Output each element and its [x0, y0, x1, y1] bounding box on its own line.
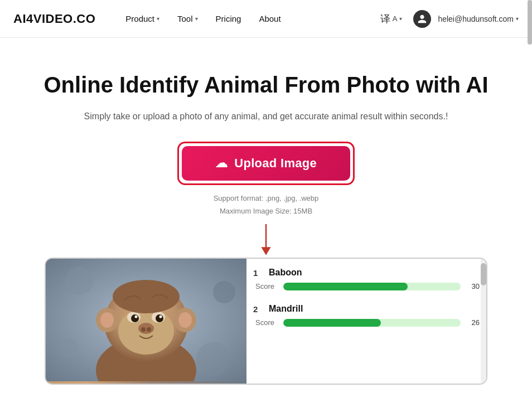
nav-tool-label: Tool	[177, 14, 193, 23]
svg-marker-1	[261, 248, 270, 256]
svg-point-21	[141, 327, 146, 332]
score-bar-row-1: Score 30	[253, 282, 480, 290]
svg-point-22	[147, 327, 151, 332]
page-scrollbar[interactable]	[528, 0, 532, 37]
score-bar-fill-2	[283, 319, 381, 327]
svg-point-23	[113, 280, 180, 313]
svg-point-12	[178, 312, 192, 328]
score-header-2: 2 Mandrill	[253, 304, 480, 314]
scrollbar-thumb[interactable]	[528, 0, 532, 45]
score-item-1: 1 Baboon Score 30	[253, 268, 480, 290]
support-format-text: Support format: .png, .jpg, .webp	[214, 192, 319, 205]
nav-menu: Product ▾ Tool ▾ Pricing About	[118, 9, 375, 28]
animal-image	[46, 259, 246, 384]
score-bar-row-2: Score 26	[253, 318, 480, 327]
nav-item-pricing[interactable]: Pricing	[208, 9, 249, 28]
svg-point-20	[138, 323, 154, 334]
upload-info: Support format: .png, .jpg, .webp Maximu…	[214, 192, 319, 218]
nav-item-tool[interactable]: Tool ▾	[170, 9, 206, 28]
result-scores: 1 Baboon Score 30 2 Mandrill Score	[246, 259, 486, 384]
score-bar-bg-2	[283, 319, 461, 327]
language-selector[interactable]: 译 A ▾	[376, 9, 407, 29]
svg-point-19	[159, 316, 162, 318]
svg-point-4	[196, 342, 230, 376]
upload-section: ☁ Upload Image Support format: .png, .jp…	[22, 142, 510, 218]
score-name-2: Mandrill	[269, 304, 303, 314]
upload-image-button[interactable]: ☁ Upload Image	[182, 146, 350, 181]
nav-item-about[interactable]: About	[251, 9, 288, 28]
user-email-text: helei@hudunsoft.com	[438, 14, 514, 23]
hero-title: Online Identify Animal From Photo with A…	[22, 71, 510, 98]
navbar: AI4VIDEO.CO Product ▾ Tool ▾ Pricing Abo…	[0, 0, 532, 38]
lang-label: A	[393, 14, 398, 23]
nav-item-product[interactable]: Product ▾	[118, 9, 167, 28]
score-value-2: 26	[466, 318, 480, 327]
translate-icon: 译	[380, 12, 390, 26]
score-rank-2: 2	[253, 304, 262, 314]
svg-point-16	[131, 314, 139, 322]
upload-button-label: Upload Image	[234, 156, 317, 171]
monkey-svg	[46, 259, 246, 381]
cloud-upload-icon: ☁	[215, 156, 228, 171]
nav-about-label: About	[259, 14, 280, 23]
score-bar-bg-1	[283, 283, 461, 290]
score-header-1: 1 Baboon	[253, 268, 480, 278]
svg-point-6	[58, 338, 78, 358]
max-size-text: Maximum Image Size: 15MB	[214, 205, 319, 217]
result-scrollbar-thumb[interactable]	[481, 263, 486, 285]
arrow-down	[22, 224, 510, 258]
user-email[interactable]: helei@hudunsoft.com ▾	[438, 14, 519, 23]
result-card: 1 Baboon Score 30 2 Mandrill Score	[45, 258, 487, 385]
navbar-right: 译 A ▾ helei@hudunsoft.com ▾	[376, 9, 519, 29]
hero-subtitle: Simply take or upload a photo of any ani…	[22, 109, 510, 124]
nav-pricing-label: Pricing	[216, 14, 241, 23]
result-scrollbar[interactable]	[481, 259, 486, 384]
chevron-down-icon: ▾	[195, 16, 198, 22]
score-label-1: Score	[255, 282, 278, 290]
svg-point-17	[156, 314, 163, 322]
hero-section: Online Identify Animal From Photo with A…	[0, 38, 532, 258]
chevron-down-icon: ▾	[399, 16, 402, 22]
person-icon	[417, 14, 427, 24]
svg-point-5	[213, 281, 235, 303]
score-name-1: Baboon	[269, 268, 302, 278]
svg-point-11	[100, 312, 114, 328]
score-value-1: 30	[466, 282, 480, 290]
nav-product-label: Product	[125, 14, 154, 23]
svg-point-18	[135, 316, 138, 318]
chevron-down-icon: ▾	[516, 16, 519, 22]
logo[interactable]: AI4VIDEO.CO	[13, 12, 95, 26]
user-avatar-icon[interactable]	[413, 10, 431, 28]
score-label-2: Score	[255, 318, 278, 327]
upload-btn-wrapper: ☁ Upload Image	[177, 142, 355, 185]
score-item-2: 2 Mandrill Score 26	[253, 304, 480, 327]
score-rank-1: 1	[253, 268, 262, 278]
arrow-down-icon	[255, 224, 277, 258]
score-bar-fill-1	[283, 283, 408, 290]
svg-point-3	[65, 267, 93, 295]
chevron-down-icon: ▾	[157, 16, 159, 22]
